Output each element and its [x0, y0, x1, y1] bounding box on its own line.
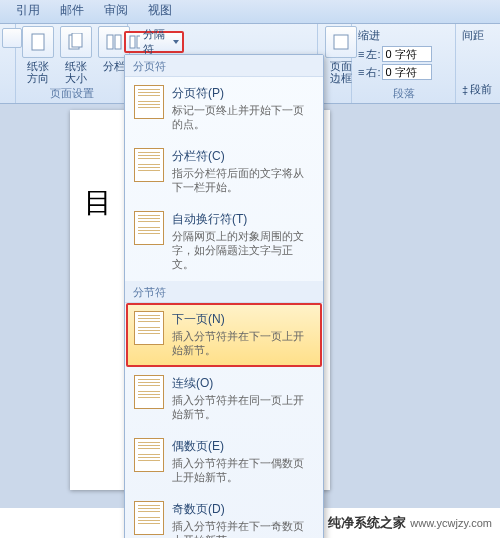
svg-rect-3	[107, 35, 113, 49]
paragraph-group-label: 段落	[358, 86, 449, 103]
breaks-dropdown-button[interactable]: 分隔符	[124, 31, 184, 53]
indent-left-input[interactable]	[382, 46, 432, 62]
tab-mail[interactable]: 邮件	[50, 0, 94, 23]
document-heading: 目	[84, 184, 114, 222]
orientation-button[interactable]: 纸张方向	[22, 26, 54, 84]
page-setup-group-label: 页面设置	[22, 86, 121, 103]
svg-rect-2	[72, 33, 82, 47]
svg-rect-0	[32, 34, 44, 50]
svg-rect-5	[334, 35, 348, 49]
chevron-down-icon	[173, 40, 179, 44]
indent-group-label: 缩进	[358, 28, 449, 43]
breaks-icon	[129, 35, 140, 49]
tab-view[interactable]: 视图	[138, 0, 182, 23]
page-break-icon	[134, 85, 164, 119]
menu-header-sectionbreaks: 分节符	[125, 281, 323, 303]
menu-header-pagebreaks: 分页符	[125, 55, 323, 77]
spacing-before-icon: ‡	[462, 84, 468, 96]
menu-item-column-break[interactable]: 分栏符(C)指示分栏符后面的文字将从下一栏开始。	[127, 141, 321, 203]
menu-item-continuous[interactable]: 连续(O)插入分节符并在同一页上开始新节。	[127, 368, 321, 430]
menu-item-text-wrap[interactable]: 自动换行符(T)分隔网页上的对象周围的文字，如分隔题注文字与正文。	[127, 204, 321, 280]
paper-size-button[interactable]: 纸张大小	[60, 26, 92, 84]
watermark: 纯净系统之家 www.ycwjzy.com	[304, 514, 492, 532]
menu-item-odd-page[interactable]: 奇数页(D)插入分节符并在下一奇数页上开始新节。	[127, 494, 321, 538]
menu-item-next-page[interactable]: 下一页(N)插入分节符并在下一页上开始新节。	[126, 303, 322, 367]
continuous-icon	[134, 375, 164, 409]
ribbon-tabs: 引用 邮件 审阅 视图	[0, 0, 500, 24]
tab-quote[interactable]: 引用	[6, 0, 50, 23]
indent-right-icon: ≡	[358, 66, 364, 78]
spacing-group-label: 间距	[462, 28, 490, 43]
spacing-before-label: 段前	[470, 82, 492, 97]
column-break-icon	[134, 148, 164, 182]
svg-rect-6	[130, 36, 135, 48]
breaks-menu: 分页符 分页符(P)标记一页终止并开始下一页的点。 分栏符(C)指示分栏符后面的…	[124, 54, 324, 538]
svg-rect-7	[137, 36, 140, 48]
tab-review[interactable]: 审阅	[94, 0, 138, 23]
next-page-icon	[134, 311, 164, 345]
indent-right-row: ≡ 右:	[358, 64, 449, 80]
indent-left-icon: ≡	[358, 48, 364, 60]
text-wrap-icon	[134, 211, 164, 245]
menu-item-even-page[interactable]: 偶数页(E)插入分节符并在下一偶数页上开始新节。	[127, 431, 321, 493]
menu-item-page-break[interactable]: 分页符(P)标记一页终止并开始下一页的点。	[127, 78, 321, 140]
svg-rect-4	[115, 35, 121, 49]
even-page-icon	[134, 438, 164, 472]
indent-left-row: ≡ 左:	[358, 46, 449, 62]
indent-right-input[interactable]	[382, 64, 432, 80]
odd-page-icon	[134, 501, 164, 535]
